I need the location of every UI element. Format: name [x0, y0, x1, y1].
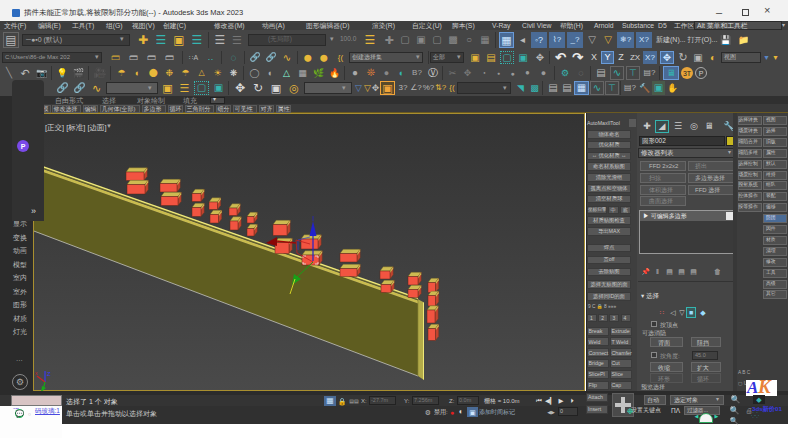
- svg-text:x: x: [35, 370, 38, 376]
- svg-text:Z: Z: [47, 371, 51, 377]
